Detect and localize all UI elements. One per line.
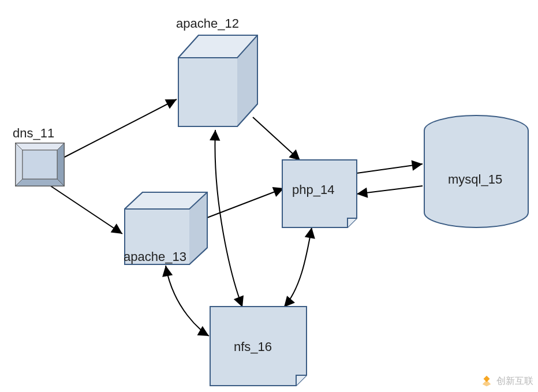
svg-marker-2	[57, 143, 64, 186]
svg-rect-5	[23, 150, 57, 179]
svg-marker-1	[16, 143, 64, 150]
watermark: 创新互联	[480, 375, 533, 387]
node-apache12	[178, 35, 259, 127]
svg-marker-3	[16, 179, 64, 186]
node-mysql-label: mysql_15	[448, 172, 502, 187]
svg-rect-12	[178, 58, 237, 126]
edge-apache12-php	[253, 117, 300, 160]
edge-php-mysql-2	[357, 186, 423, 194]
node-php-label: php_14	[292, 182, 334, 197]
node-dns	[15, 143, 65, 186]
svg-rect-18	[424, 130, 528, 212]
edge-apache13-php	[207, 188, 284, 218]
node-dns-label: dns_11	[13, 126, 54, 141]
node-nfs-label: nfs_16	[234, 339, 272, 354]
edge-php-nfs	[284, 227, 312, 307]
node-apache12-label: apache_12	[176, 16, 239, 31]
watermark-logo-icon	[480, 375, 493, 387]
edge-apache13-nfs	[166, 266, 209, 336]
node-apache13-label: apache_13	[124, 249, 186, 264]
diagram-canvas: dns_11 apache_12 apache_13 php_14 nfs_16	[0, 0, 538, 392]
edge-dns-apache13	[48, 184, 122, 234]
svg-marker-4	[16, 143, 23, 186]
edge-dns-apache12	[63, 99, 177, 158]
watermark-text: 创新互联	[496, 375, 533, 387]
edge-php-mysql-1	[357, 164, 423, 173]
edge-apache12-nfs	[215, 130, 242, 307]
